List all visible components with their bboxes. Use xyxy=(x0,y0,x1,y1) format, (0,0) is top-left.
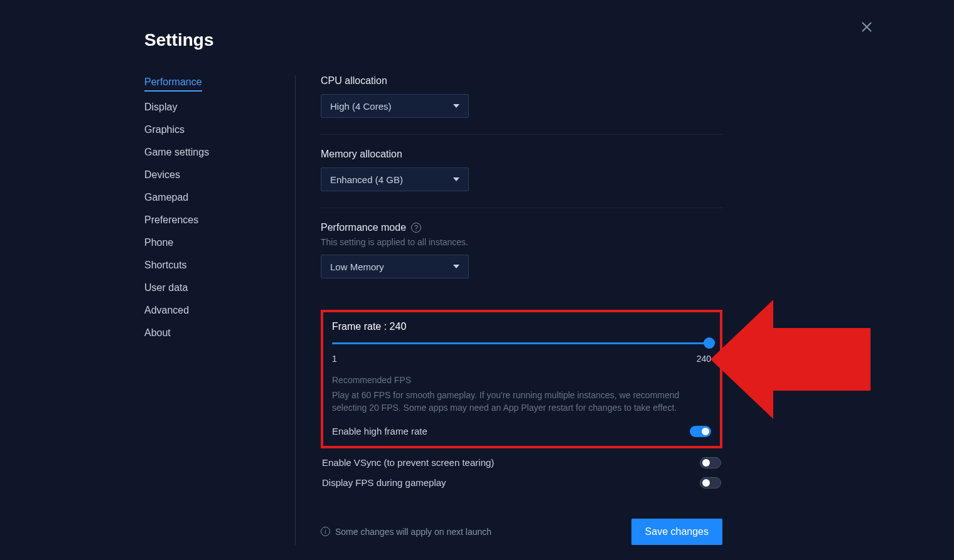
sidebar-item-devices[interactable]: Devices xyxy=(144,168,270,182)
section-divider xyxy=(321,134,722,135)
enable-high-frame-rate-row: Enable high frame rate xyxy=(332,426,711,437)
sidebar-item-performance[interactable]: Performance xyxy=(144,75,202,92)
memory-allocation-section: Memory allocation Enhanced (4 GB) xyxy=(321,149,722,191)
enable-vsync-label: Enable VSync (to prevent screen tearing) xyxy=(322,457,494,468)
settings-dialog: Settings Performance Display Graphics Ga… xyxy=(0,0,954,560)
toggle-knob xyxy=(702,459,710,467)
chevron-down-icon xyxy=(453,265,459,268)
slider-max: 240 xyxy=(697,354,711,364)
chevron-down-icon xyxy=(453,177,459,181)
performance-mode-sublabel: This setting is applied to all instances… xyxy=(321,237,722,247)
frame-rate-value: 240 xyxy=(390,321,407,332)
frame-rate-label: Frame rate : 240 xyxy=(332,321,711,332)
display-fps-toggle[interactable] xyxy=(700,477,721,489)
frame-rate-slider[interactable] xyxy=(332,339,711,349)
chevron-down-icon xyxy=(453,104,459,108)
performance-mode-value: Low Memory xyxy=(330,262,384,272)
memory-allocation-value: Enhanced (4 GB) xyxy=(330,174,403,185)
sidebar-item-game-settings[interactable]: Game settings xyxy=(144,145,270,159)
sidebar-item-graphics[interactable]: Graphics xyxy=(144,123,270,137)
enable-high-frame-rate-toggle[interactable] xyxy=(690,426,711,437)
slider-thumb[interactable] xyxy=(704,337,715,349)
recommended-fps-body: Play at 60 FPS for smooth gameplay. If y… xyxy=(332,389,711,415)
save-changes-button[interactable]: Save changes xyxy=(631,519,722,545)
performance-mode-select[interactable]: Low Memory xyxy=(321,255,469,278)
sidebar-item-about[interactable]: About xyxy=(144,326,270,340)
sidebar-item-preferences[interactable]: Preferences xyxy=(144,213,270,227)
toggle-knob xyxy=(702,479,710,487)
sidebar-item-gamepad[interactable]: Gamepad xyxy=(144,191,270,204)
recommended-fps-title: Recommended FPS xyxy=(332,375,711,385)
display-fps-row: Display FPS during gameplay xyxy=(321,477,722,489)
section-divider xyxy=(321,208,722,208)
footer-note: i Some changes will apply on next launch xyxy=(321,527,491,537)
sidebar-item-phone[interactable]: Phone xyxy=(144,236,270,250)
sidebar-item-display[interactable]: Display xyxy=(144,100,270,114)
performance-mode-section: Performance mode ? This setting is appli… xyxy=(321,222,722,278)
sidebar-item-user-data[interactable]: User data xyxy=(144,281,270,295)
memory-allocation-label: Memory allocation xyxy=(321,149,722,160)
slider-range-labels: 1 240 xyxy=(332,354,711,364)
settings-footer: i Some changes will apply on next launch… xyxy=(321,519,722,545)
sidebar-item-shortcuts[interactable]: Shortcuts xyxy=(144,258,270,272)
settings-sidebar: Performance Display Graphics Game settin… xyxy=(144,75,270,545)
cpu-allocation-value: High (4 Cores) xyxy=(330,101,392,112)
close-icon xyxy=(861,21,872,33)
close-button[interactable] xyxy=(861,19,872,36)
enable-high-frame-rate-label: Enable high frame rate xyxy=(332,426,427,436)
frame-rate-highlight-box: Frame rate : 240 1 240 Recommended FPS P… xyxy=(321,310,722,448)
slider-min: 1 xyxy=(332,354,337,364)
enable-vsync-row: Enable VSync (to prevent screen tearing) xyxy=(321,457,722,468)
toggle-knob xyxy=(702,428,709,435)
performance-mode-label: Performance mode ? xyxy=(321,222,722,233)
vertical-divider xyxy=(295,75,296,545)
memory-allocation-select[interactable]: Enhanced (4 GB) xyxy=(321,167,469,191)
page-title: Settings xyxy=(144,30,810,50)
enable-vsync-toggle[interactable] xyxy=(700,457,721,468)
info-icon: i xyxy=(321,527,330,536)
display-fps-label: Display FPS during gameplay xyxy=(322,477,446,488)
cpu-allocation-label: CPU allocation xyxy=(321,75,722,87)
settings-main: CPU allocation High (4 Cores) Memory all… xyxy=(321,75,722,545)
slider-fill xyxy=(332,342,711,344)
help-icon[interactable]: ? xyxy=(411,223,421,233)
sidebar-item-advanced[interactable]: Advanced xyxy=(144,304,270,317)
cpu-allocation-select[interactable]: High (4 Cores) xyxy=(321,94,469,118)
cpu-allocation-section: CPU allocation High (4 Cores) xyxy=(321,75,722,118)
